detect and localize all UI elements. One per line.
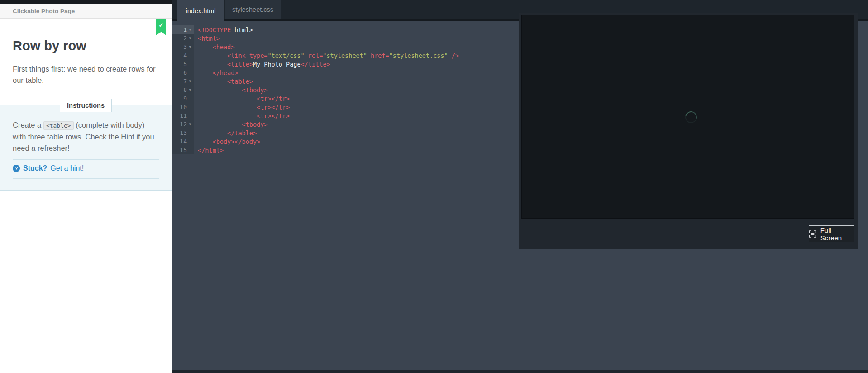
code-text: <tbody> xyxy=(194,86,267,94)
line-number: 5 xyxy=(172,61,187,67)
code-text: </table> xyxy=(194,129,257,137)
code-text: <title>My Photo Page</title> xyxy=(194,61,330,68)
instructions-tab[interactable]: Instructions xyxy=(60,99,112,112)
line-gutter[interactable]: 9 xyxy=(172,94,194,103)
code-text: <tr></tr> xyxy=(194,112,290,120)
code-text: <tr></tr> xyxy=(194,95,290,102)
line-number: 15 xyxy=(172,147,187,153)
line-number: 7 xyxy=(172,78,187,85)
lesson-breadcrumb[interactable]: Clickable Photo Page xyxy=(0,4,172,19)
line-number: 6 xyxy=(172,69,187,76)
tab-index-html[interactable]: index.html xyxy=(177,0,224,21)
line-gutter[interactable]: 1▼ xyxy=(172,25,194,34)
tab-stylesheet-css[interactable]: stylesheet.css xyxy=(225,0,281,19)
checkpoint-ribbon: ✓ xyxy=(156,19,166,35)
indent-guide xyxy=(214,60,214,69)
fold-caret-icon[interactable]: ▼ xyxy=(187,88,193,92)
loading-spinner xyxy=(683,109,699,125)
line-gutter[interactable]: 2▼ xyxy=(172,34,194,43)
line-gutter[interactable]: 8▼ xyxy=(172,86,194,94)
line-number: 10 xyxy=(172,104,187,110)
full-screen-button[interactable]: Full Screen xyxy=(809,225,854,242)
line-gutter[interactable]: 14 xyxy=(172,137,194,146)
editor-bottom-bar xyxy=(172,370,868,373)
checkmark-icon: ✓ xyxy=(159,22,164,35)
line-number: 4 xyxy=(172,52,187,59)
hint-stuck-label: Stuck? xyxy=(23,164,47,172)
line-gutter[interactable]: 6 xyxy=(172,68,194,77)
line-gutter[interactable]: 10 xyxy=(172,103,194,111)
code-text: <tr></tr> xyxy=(194,104,290,111)
line-number: 9 xyxy=(172,95,187,102)
code-text: <!DOCTYPE html> xyxy=(194,26,253,33)
indent-guide xyxy=(214,51,214,60)
divider xyxy=(13,178,159,179)
fold-caret-icon[interactable]: ▼ xyxy=(187,122,193,126)
line-gutter[interactable]: 3▼ xyxy=(172,43,194,51)
instructions-text-before: Create a xyxy=(13,121,43,129)
line-gutter[interactable]: 12▼ xyxy=(172,120,194,129)
get-hint-link[interactable]: Get a hint! xyxy=(50,164,84,172)
fold-caret-icon[interactable]: ▼ xyxy=(187,28,193,32)
code-text: </head> xyxy=(194,69,238,77)
code-text: <body></body> xyxy=(194,138,260,145)
instructions-panel: Instructions Create a <table> (complete … xyxy=(0,105,172,191)
line-number: 11 xyxy=(172,112,187,119)
code-text: <html> xyxy=(194,35,220,42)
line-number: 1 xyxy=(172,26,187,33)
line-number: 14 xyxy=(172,138,187,145)
line-number: 3 xyxy=(172,43,187,50)
workspace: Clickable Photo Page ✓ Row by row First … xyxy=(0,0,868,373)
preview-panel: Full Screen xyxy=(519,13,858,249)
divider xyxy=(13,159,159,160)
code-text: <tbody> xyxy=(194,121,267,128)
fullscreen-label: Full Screen xyxy=(820,226,854,242)
line-gutter[interactable]: 13 xyxy=(172,129,194,137)
fold-caret-icon[interactable]: ▼ xyxy=(187,45,193,49)
line-number: 8 xyxy=(172,86,187,93)
line-gutter[interactable]: 11 xyxy=(172,111,194,120)
inline-code-chip: <table> xyxy=(43,121,74,130)
exercise-intro: First things first: we need to create ro… xyxy=(13,63,157,86)
code-text: </html> xyxy=(194,147,224,154)
question-icon: ? xyxy=(13,165,20,172)
preview-screen xyxy=(521,15,854,219)
line-number: 2 xyxy=(172,35,187,42)
fold-caret-icon[interactable]: ▼ xyxy=(187,79,193,83)
exercise-title: Row by row xyxy=(13,38,160,53)
line-gutter[interactable]: 4 xyxy=(172,51,194,60)
code-text: <link type="text/css" rel="stylesheet" h… xyxy=(194,52,459,59)
code-text: <head> xyxy=(194,43,234,51)
line-gutter[interactable]: 15 xyxy=(172,146,194,154)
line-number: 12 xyxy=(172,121,187,128)
fullscreen-icon xyxy=(809,230,816,238)
fold-caret-icon[interactable]: ▼ xyxy=(187,36,193,40)
lesson-sidebar: Clickable Photo Page ✓ Row by row First … xyxy=(0,4,172,373)
line-number: 13 xyxy=(172,129,187,136)
instructions-text: Create a <table> (complete with body) wi… xyxy=(13,120,160,154)
line-gutter[interactable]: 5 xyxy=(172,60,194,68)
hint-row[interactable]: ? Stuck? Get a hint! xyxy=(13,164,84,172)
lesson-name: Clickable Photo Page xyxy=(13,8,75,14)
code-text: <table> xyxy=(194,78,253,85)
line-gutter[interactable]: 7▼ xyxy=(172,77,194,86)
